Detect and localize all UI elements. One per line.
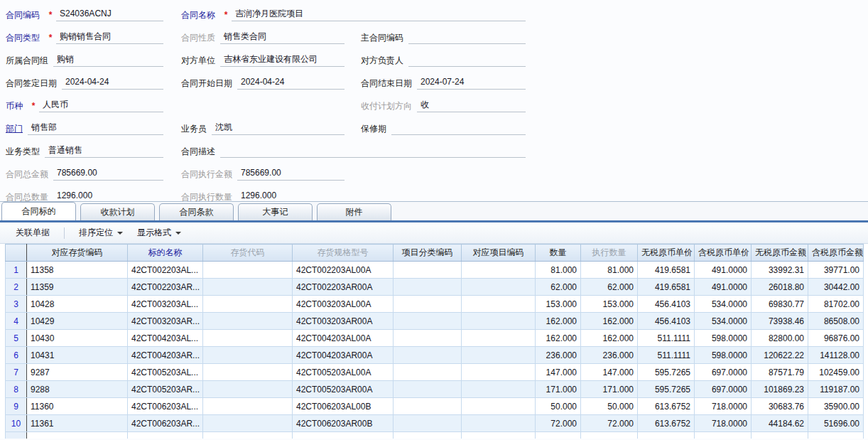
grid-cell[interactable]: 101869.23 — [752, 381, 808, 398]
row-number-cell[interactable] — [6, 432, 27, 439]
department-value[interactable]: 销售部 — [28, 122, 163, 135]
grid-cell[interactable]: 42CT002203AR... — [128, 279, 203, 296]
grid-cell[interactable]: 42CT003203AL... — [128, 296, 203, 313]
grid-cell[interactable] — [203, 296, 293, 313]
grid-cell[interactable]: 10431 — [27, 347, 128, 364]
grid-cell[interactable]: 147.000 — [536, 364, 581, 381]
col-header-spec-model[interactable]: 存货规格型号 — [293, 245, 394, 262]
grid-cell[interactable]: 10428 — [27, 296, 128, 313]
col-header-project-code[interactable]: 对应项目编码 — [462, 245, 536, 262]
col-header-price-excl-tax[interactable]: 无税原币单价 — [638, 245, 695, 262]
counterpart-person-value[interactable] — [408, 54, 526, 67]
row-number-cell[interactable]: 4 — [6, 313, 27, 330]
main-contract-code-value[interactable] — [408, 31, 526, 44]
grid-cell[interactable]: 595.7265 — [638, 381, 695, 398]
grid-cell[interactable]: 86508.00 — [808, 313, 864, 330]
grid-cell[interactable]: 147.000 — [581, 364, 638, 381]
grid-cell[interactable]: 10430 — [27, 330, 128, 347]
grid-cell[interactable]: 42CT002203AL... — [128, 262, 203, 279]
grid-cell[interactable] — [203, 432, 293, 439]
grid-cell[interactable] — [394, 262, 462, 279]
grid-cell[interactable]: 171.000 — [536, 381, 581, 398]
row-number-cell[interactable]: 7 — [6, 364, 27, 381]
grid-cell[interactable]: 162.000 — [581, 313, 638, 330]
grid-cell[interactable] — [203, 381, 293, 398]
grid-cell[interactable]: 697.0000 — [695, 364, 752, 381]
grid-cell[interactable]: 42CT003203AR... — [128, 313, 203, 330]
grid-cell[interactable] — [394, 432, 462, 439]
col-header-stock-code[interactable]: 存货代码 — [203, 245, 293, 262]
grid-cell[interactable]: 102459.00 — [808, 364, 864, 381]
grid-cell[interactable]: 42CT006203AL00B — [293, 398, 394, 415]
grid-cell[interactable] — [462, 347, 536, 364]
end-date-value[interactable]: 2024-07-24 — [417, 76, 526, 90]
grid-cell[interactable]: 162.000 — [581, 330, 638, 347]
grid-cell[interactable]: 11359 — [27, 279, 128, 296]
row-number-cell[interactable]: 5 — [6, 330, 27, 347]
grid-cell[interactable] — [638, 432, 695, 439]
grid-cell[interactable] — [394, 398, 462, 415]
grid-cell[interactable]: 30442.00 — [808, 279, 864, 296]
grid-cell[interactable] — [462, 296, 536, 313]
business-type-value[interactable]: 普通销售 — [45, 144, 163, 158]
grid-cell[interactable]: 42CT005203AR00A — [293, 381, 394, 398]
grid-cell[interactable]: 718.0000 — [695, 398, 752, 415]
start-date-value[interactable]: 2024-04-24 — [237, 76, 345, 90]
grid-cell[interactable]: 42CT003203AL00A — [293, 296, 394, 313]
grid-cell[interactable]: 718.0000 — [695, 415, 752, 432]
contract-group-value[interactable]: 购销 — [53, 53, 163, 67]
col-header-project-class-code[interactable]: 项目分类编码 — [394, 245, 462, 262]
grid-cell[interactable] — [394, 296, 462, 313]
grid-cell[interactable]: 491.0000 — [695, 262, 752, 279]
grid-cell[interactable]: 50.000 — [581, 398, 638, 415]
grid-cell[interactable]: 81.000 — [581, 262, 638, 279]
grid-cell[interactable]: 162.000 — [536, 313, 581, 330]
grid-cell[interactable]: 141128.00 — [808, 347, 864, 364]
currency-value[interactable]: 人民币 — [39, 99, 163, 112]
grid-cell[interactable]: 42CT002203AR00A — [293, 279, 394, 296]
grid-cell[interactable]: 42CT006203AL... — [128, 398, 203, 415]
grid-cell[interactable] — [462, 364, 536, 381]
grid-cell[interactable]: 511.1111 — [638, 347, 695, 364]
grid-cell[interactable]: 69830.77 — [752, 296, 808, 313]
col-header-quantity[interactable]: 数量 — [536, 245, 581, 262]
grid-cell[interactable] — [695, 432, 752, 439]
grid-cell[interactable]: 491.0000 — [695, 279, 752, 296]
grid-cell[interactable] — [128, 432, 203, 439]
grid-cell[interactable]: 613.6752 — [638, 415, 695, 432]
grid-cell[interactable]: 613.6752 — [638, 398, 695, 415]
tab-receipt-plan[interactable]: 收款计划 — [80, 203, 155, 220]
grid-cell[interactable] — [462, 262, 536, 279]
grid-cell[interactable]: 42CT006203AR00B — [293, 415, 394, 432]
grid-cell[interactable]: 44184.62 — [752, 415, 808, 432]
grid-cell[interactable]: 26018.80 — [752, 279, 808, 296]
row-number-cell[interactable]: 3 — [6, 296, 27, 313]
department-label-link[interactable]: 部门 — [6, 122, 28, 135]
grid-cell[interactable]: 42CT004203AL00A — [293, 330, 394, 347]
grid-cell[interactable] — [394, 279, 462, 296]
row-number-cell[interactable]: 6 — [6, 347, 27, 364]
grid-cell[interactable]: 456.4103 — [638, 296, 695, 313]
grid-cell[interactable] — [462, 415, 536, 432]
tab-contract-terms[interactable]: 合同条款 — [159, 203, 234, 220]
grid-cell[interactable]: 96876.00 — [808, 330, 864, 347]
grid-cell[interactable]: 42CT005203AL00A — [293, 364, 394, 381]
col-header-line-name[interactable]: 标的名称 — [128, 245, 203, 262]
tab-contract-lines[interactable]: 合同标的 — [1, 202, 76, 220]
grid-cell[interactable]: 236.000 — [581, 347, 638, 364]
grid-cell[interactable]: 81702.00 — [808, 296, 864, 313]
grid-cell[interactable] — [203, 262, 293, 279]
tab-attachments[interactable]: 附件 — [317, 203, 391, 220]
grid-cell[interactable] — [203, 347, 293, 364]
contract-code-value[interactable]: S24036ACNJ — [56, 8, 163, 21]
grid-cell[interactable]: 153.000 — [581, 296, 638, 313]
col-header-amount-excl-tax[interactable]: 无税原币金额 — [752, 245, 808, 262]
related-documents-button[interactable]: 关联单据 — [9, 225, 57, 241]
grid-cell[interactable]: 598.0000 — [695, 330, 752, 347]
display-format-button[interactable]: 显示格式 — [130, 225, 188, 241]
grid-cell[interactable] — [394, 330, 462, 347]
grid-cell[interactable] — [462, 398, 536, 415]
sign-date-value[interactable]: 2024-04-24 — [62, 76, 163, 90]
grid-cell[interactable]: 82800.00 — [752, 330, 808, 347]
grid-cell[interactable]: 42CT004203AL... — [128, 330, 203, 347]
